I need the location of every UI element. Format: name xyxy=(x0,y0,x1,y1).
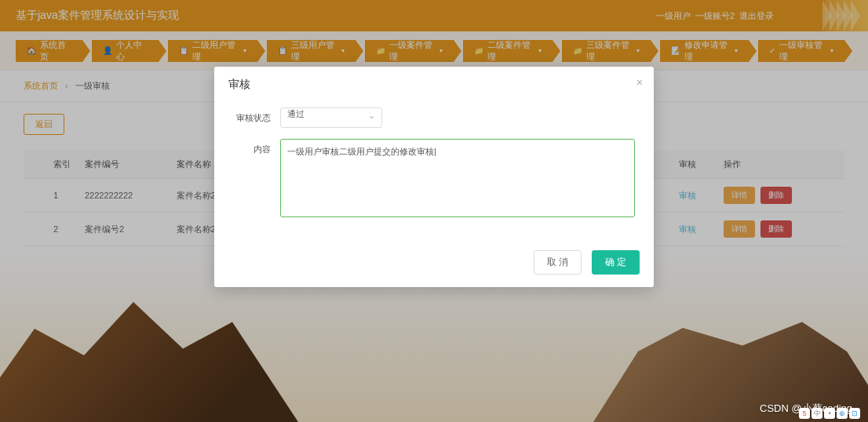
cancel-button[interactable]: 取 消 xyxy=(534,250,582,275)
modal-title: 审核 xyxy=(228,78,250,90)
modal-overlay[interactable]: 审核 × 审核状态 通过 内容 一级用户审核二级用户提交的修改审核| 取 消 确… xyxy=(0,0,868,422)
close-icon[interactable]: × xyxy=(636,76,643,89)
status-label: 审核状态 xyxy=(233,107,280,124)
modal-footer: 取 消 确 定 xyxy=(214,242,654,287)
watermark-badges: 5 中 • ⊕ ⊡ xyxy=(799,408,860,419)
content-label: 内容 xyxy=(233,139,280,155)
confirm-button[interactable]: 确 定 xyxy=(592,250,640,275)
status-select[interactable]: 通过 xyxy=(280,107,382,128)
content-textarea[interactable]: 一级用户审核二级用户提交的修改审核| xyxy=(280,139,635,217)
audit-modal: 审核 × 审核状态 通过 内容 一级用户审核二级用户提交的修改审核| 取 消 确… xyxy=(214,67,654,287)
modal-header: 审核 × xyxy=(214,67,654,103)
modal-body: 审核状态 通过 内容 一级用户审核二级用户提交的修改审核| xyxy=(214,103,654,242)
